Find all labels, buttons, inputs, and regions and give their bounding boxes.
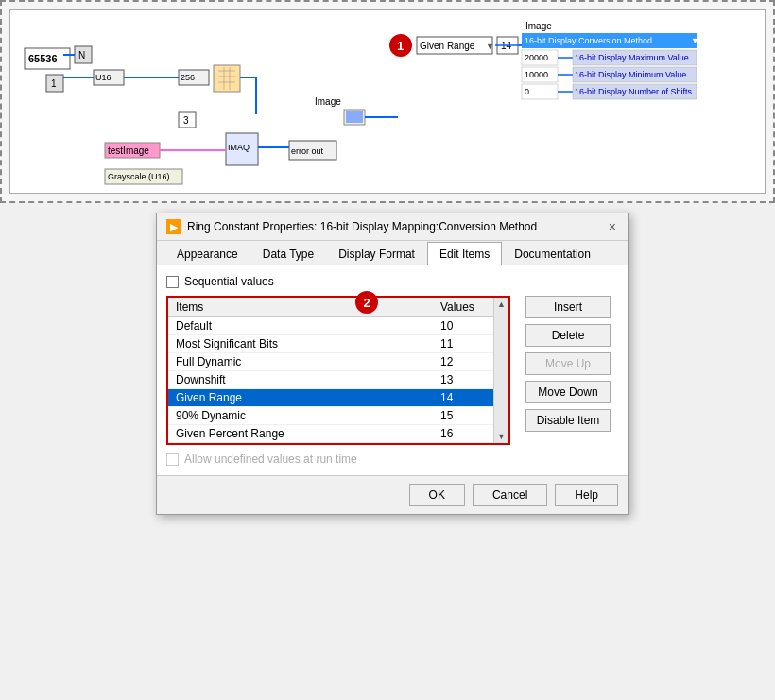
table-buttons-row: Items Values Default 10 Most Significant…: [166, 296, 618, 466]
dialog: ▶ Ring Constant Properties: 16-bit Displ…: [156, 213, 629, 515]
svg-text:65536: 65536: [28, 53, 58, 64]
insert-button[interactable]: Insert: [525, 296, 611, 318]
svg-text:0: 0: [525, 87, 529, 96]
svg-rect-10: [214, 65, 240, 92]
scroll-down-arrow[interactable]: ▼: [497, 432, 506, 441]
dialog-titlebar: ▶ Ring Constant Properties: 16-bit Displ…: [157, 213, 628, 241]
svg-text:16-bit Display Minimum Value: 16-bit Display Minimum Value: [575, 70, 686, 79]
svg-text:▼: ▼: [691, 36, 699, 45]
items-table: Items Values Default 10 Most Significant…: [168, 298, 508, 443]
move-up-button[interactable]: Move Up: [525, 352, 611, 375]
svg-text:20000: 20000: [525, 53, 548, 62]
move-down-button[interactable]: Move Down: [525, 381, 611, 403]
table-row[interactable]: Downshift 13: [168, 371, 508, 389]
ok-button[interactable]: OK: [409, 484, 465, 506]
allow-undefined-label: Allow undefined values at run time: [184, 452, 357, 466]
table-row[interactable]: Given Percent Range 16: [168, 425, 508, 443]
svg-text:Grayscale (U16): Grayscale (U16): [108, 172, 170, 181]
svg-text:10000: 10000: [525, 70, 548, 79]
close-button[interactable]: ×: [607, 219, 618, 234]
dialog-icon: ▶: [166, 219, 181, 234]
svg-text:Image: Image: [315, 96, 341, 107]
tabs-row: Appearance Data Type Display Format Edit…: [157, 241, 628, 265]
action-buttons: Insert Delete Move Up Move Down Disable …: [518, 296, 618, 432]
tab-documentation[interactable]: Documentation: [502, 242, 603, 265]
svg-text:16-bit Display Conversion Meth: 16-bit Display Conversion Method: [525, 36, 652, 45]
col-items: Items: [168, 298, 433, 317]
svg-text:N: N: [78, 50, 85, 60]
scroll-up-arrow[interactable]: ▲: [497, 299, 506, 309]
tab-appearance[interactable]: Appearance: [164, 242, 250, 265]
table-section: Items Values Default 10 Most Significant…: [166, 296, 510, 466]
svg-text:▼: ▼: [486, 42, 494, 51]
svg-text:error out: error out: [291, 146, 324, 156]
cancel-button[interactable]: Cancel: [473, 484, 547, 506]
svg-text:16-bit Display Number of Shift: 16-bit Display Number of Shifts: [575, 87, 693, 96]
delete-button[interactable]: Delete: [525, 324, 611, 347]
disable-item-button[interactable]: Disable Item: [525, 409, 611, 432]
scrollbar[interactable]: ▲ ▼: [493, 298, 508, 443]
tab-displayformat[interactable]: Display Format: [326, 242, 427, 265]
table-row[interactable]: Default 10: [168, 317, 508, 335]
tab-edititems[interactable]: Edit Items: [427, 242, 502, 265]
svg-text:1: 1: [51, 78, 57, 89]
tab-datatype[interactable]: Data Type: [250, 242, 326, 265]
badge-2: 2: [355, 291, 378, 314]
table-row-selected[interactable]: Given Range 14: [168, 389, 508, 407]
allow-undefined-row: Allow undefined values at run time: [166, 452, 510, 466]
svg-text:testImage: testImage: [108, 145, 149, 156]
items-table-wrapper: Items Values Default 10 Most Significant…: [166, 296, 510, 445]
allow-undefined-checkbox[interactable]: [166, 453, 179, 466]
sequential-checkbox[interactable]: [166, 276, 179, 288]
svg-text:Given Range: Given Range: [420, 41, 475, 51]
dialog-title: Ring Constant Properties: 16-bit Display…: [187, 220, 537, 233]
table-row[interactable]: 90% Dynamic 15: [168, 407, 508, 425]
svg-text:16-bit Display Maximum Value: 16-bit Display Maximum Value: [575, 53, 689, 62]
sequential-values-row: Sequential values: [166, 275, 618, 288]
sequential-label: Sequential values: [184, 275, 274, 288]
svg-text:IMAQ: IMAQ: [228, 143, 250, 152]
svg-text:Image: Image: [525, 21, 552, 31]
dialog-content: Sequential values Items Values: [157, 265, 628, 475]
labview-diagram: 65536 N 1 U16 256 3 test: [0, 0, 775, 203]
svg-text:1: 1: [397, 39, 404, 53]
svg-text:U16: U16: [95, 73, 112, 82]
svg-rect-28: [346, 111, 363, 123]
dialog-footer: OK Cancel Help: [157, 475, 628, 514]
svg-text:3: 3: [183, 115, 189, 126]
svg-text:256: 256: [181, 73, 195, 82]
help-button[interactable]: Help: [555, 484, 618, 506]
table-row[interactable]: Full Dynamic 12: [168, 353, 508, 371]
table-row[interactable]: Most Significant Bits 11: [168, 335, 508, 353]
